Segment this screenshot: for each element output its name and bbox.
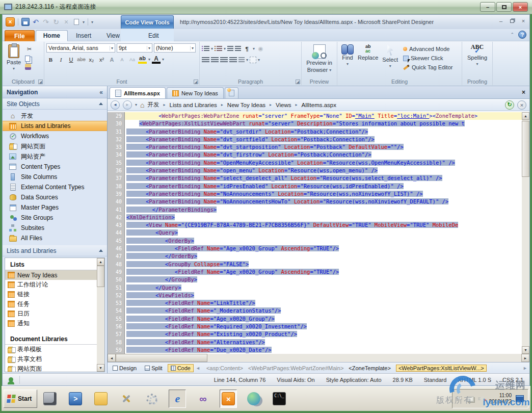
paste-dropdown-arrow[interactable]: ▾ — [13, 66, 15, 71]
preview-dropdown-arrow[interactable]: ▾ — [83, 20, 85, 24]
code-line-58[interactable]: 58 <FieldRef Name="Alternatives"/> — [108, 339, 522, 346]
preview-in-browser-button[interactable]: Preview in Browser▾ — [304, 43, 335, 74]
code-line-text[interactable]: <FieldRef Name="Existing_x0020_Product"/… — [125, 330, 522, 338]
rdp-session-icon[interactable] — [516, 395, 524, 402]
redo-button[interactable]: ↷ — [42, 18, 50, 26]
start-button[interactable]: Start — [4, 390, 37, 408]
sidebar-item-content-types[interactable]: Content Types — [3, 162, 107, 172]
select-button[interactable]: Select ▾ — [380, 43, 400, 73]
borders-icon[interactable] — [250, 57, 256, 63]
code-line-31[interactable]: 31 <ParameterBinding Name="dvt_sortdir" … — [108, 128, 522, 136]
network-icon[interactable] — [467, 396, 474, 402]
list-item-new-toy-ideas[interactable]: New Toy Ideas — [5, 270, 97, 280]
sidebar-item-site-columns[interactable]: Site Columns — [3, 172, 107, 182]
numbered-list-icon[interactable] — [215, 46, 222, 51]
code-line-44[interactable]: 44 <Query> — [108, 229, 522, 237]
advanced-mode-button[interactable]: Advanced Mode — [403, 44, 453, 54]
sidebar-item-all-files[interactable]: All Files — [3, 233, 107, 243]
sidebar-item-item[interactable]: 网站资产 — [3, 151, 107, 162]
code-line-42[interactable]: 42<XmlDefinition> — [108, 214, 522, 221]
text-highlight-button[interactable]: ab — [138, 55, 147, 64]
line-spacing-icon[interactable] — [238, 57, 245, 63]
code-line-text[interactable]: <XmlDefinition> — [125, 214, 522, 221]
admin-tools-icon[interactable] — [118, 390, 135, 408]
code-line-text[interactable]: </ParameterBindings> — [125, 206, 522, 214]
rdp-titlebar[interactable]: 218.242.3.116 - 远程桌面连接 – × — [0, 0, 532, 14]
spelling-button[interactable]: ABC ✓ Spelling ▾ — [464, 43, 490, 67]
scroll-up-button[interactable]: ▲ — [97, 258, 104, 266]
tag-path-prev-icon[interactable]: ◄ — [196, 366, 200, 371]
visual-studio-icon[interactable]: ∞ — [194, 390, 211, 408]
refresh-button[interactable]: ↻ — [52, 18, 60, 26]
copy-button[interactable] — [25, 56, 30, 62]
shrink-font-button[interactable]: A — [118, 55, 126, 64]
code-line-text[interactable]: <ParameterBinding Name="open_menu" Locat… — [125, 167, 522, 174]
font-dialog-launcher[interactable]: ◢ — [194, 80, 198, 84]
code-line-56[interactable]: 56 <FieldRef Name="Required_x0020_Invest… — [108, 323, 522, 330]
list-item-item[interactable]: 表单模板 — [5, 345, 97, 354]
tag-path-next-icon[interactable]: ► — [523, 366, 527, 371]
code-line-text[interactable]: <OrderBy> — [125, 237, 522, 245]
code-line-text[interactable]: <ParameterBinding Name="dvt_sortdir" Loc… — [125, 128, 522, 136]
font-name-combo[interactable]: Verdana, Arial, sans▾ — [46, 43, 115, 53]
code-line-text[interactable]: <ParameterBinding Name="dvt_sortfield" L… — [125, 136, 522, 143]
code-line-text[interactable]: <FieldRef Name="Age_x0020_Group" Ascendi… — [125, 268, 522, 276]
undo-button[interactable]: ↶ — [32, 18, 40, 26]
show-paragraph-marks-button[interactable]: ¶ — [243, 44, 251, 53]
underline-button[interactable]: U — [67, 55, 75, 64]
italic-button[interactable]: I — [57, 55, 65, 64]
action-center-flag-icon[interactable]: ⚑ — [457, 395, 463, 403]
document-tab-new-toy-ideas[interactable]: New Toy Ideas — [167, 87, 224, 98]
code-view[interactable]: 29 <WebPartPages:WebPartZone runat="serv… — [108, 111, 529, 354]
lists-and-libraries-header[interactable]: Lists and Libraries — [3, 245, 107, 256]
sidebar-item-item[interactable]: 网站页面 — [3, 141, 107, 151]
list-item-item[interactable]: 日历 — [5, 309, 97, 319]
command-prompt-icon[interactable]: C:\_ — [271, 390, 288, 408]
volume-muted-icon[interactable]: × — [478, 396, 485, 402]
font-size-combo[interactable]: 9pt▾ — [117, 43, 152, 53]
sharepoint-designer-icon[interactable]: × — [220, 390, 237, 408]
code-line-49[interactable]: 49 <FieldRef Name="Age_x0020_Group" Asce… — [108, 268, 522, 276]
collapse-section-icon[interactable] — [99, 102, 103, 105]
increase-indent-icon[interactable] — [235, 46, 241, 51]
chevron-down-icon[interactable]: ▾ — [253, 46, 255, 51]
code-line-33[interactable]: 33 <ParameterBinding Name="dvt_startposi… — [108, 143, 522, 151]
home-icon[interactable]: ⌂ — [140, 101, 144, 109]
code-line-text[interactable]: <WebPartPages:XsltListViewWebPart runat=… — [125, 120, 522, 127]
tab-edit[interactable]: Edit — [141, 30, 166, 41]
design-view-button[interactable]: Design — [110, 364, 140, 372]
chevron-down-icon[interactable]: ▾ — [110, 46, 113, 50]
preview-button[interactable] — [72, 18, 81, 26]
tag-path-item[interactable]: <ZoneTemplate> — [349, 365, 391, 371]
code-line-46[interactable]: 46 <FieldRef Name="Age_x0020_Group" Asce… — [108, 245, 522, 252]
sidebar-item-workflows[interactable]: ✓Workflows — [3, 131, 107, 141]
code-line-text[interactable]: </GroupBy> — [125, 276, 522, 283]
spd-restore-button[interactable] — [508, 17, 516, 24]
quick-tag-editor-button[interactable]: Quick Tag Editor — [403, 63, 453, 72]
code-line-text[interactable]: <FieldRef Name="LinkTitle"/> — [125, 299, 522, 307]
code-line-text[interactable]: <View Name="{CE919B7F-878A-4789-BE21-F7C… — [125, 221, 522, 229]
code-line-text[interactable]: <FieldRef Name="Required_x0020_Investmen… — [125, 323, 522, 330]
breadcrumb-item-lists-and-libraries[interactable]: Lists and Libraries — [170, 102, 217, 108]
scrollbar-thumb[interactable] — [522, 121, 529, 177]
code-line-29[interactable]: 29 <WebPartPages:WebPartZone runat="serv… — [108, 112, 522, 120]
code-view-button[interactable]: Code — [168, 364, 194, 372]
sidebar-item-lists-and-libraries[interactable]: Lists and Libraries — [3, 121, 107, 131]
code-line-text[interactable]: <ParameterBinding Name="dvt_firstrow" Lo… — [125, 151, 522, 159]
list-item-item[interactable]: 任务 — [5, 299, 97, 309]
code-line-48[interactable]: 48 <GroupBy Collapse="FALSE"> — [108, 261, 522, 268]
rdp-close-button[interactable]: × — [513, 2, 528, 12]
code-line-57[interactable]: 57 <FieldRef Name="Existing_x0020_Produc… — [108, 330, 522, 338]
code-line-39[interactable]: 39 <ParameterBinding Name="NoAnnouncemen… — [108, 190, 522, 198]
code-line-59[interactable]: 59 <FieldRef Name="Due_x0020_Date"/> — [108, 346, 522, 354]
scroll-right-button[interactable]: ► — [521, 354, 529, 362]
chevron-down-icon[interactable]: ▾ — [246, 58, 248, 62]
chevron-down-icon[interactable]: ▾ — [190, 46, 194, 50]
code-line-text[interactable]: <WebPartPages:WebPartZone runat="server"… — [125, 112, 522, 120]
bullet-list-icon[interactable] — [202, 46, 209, 51]
internet-explorer-icon[interactable]: e — [169, 390, 186, 408]
sidebar-item-site-groups[interactable]: Site Groups — [3, 213, 107, 223]
align-right-icon[interactable] — [220, 57, 228, 63]
services-gears-icon[interactable] — [143, 390, 161, 408]
code-line-text[interactable]: <FieldRef Name="Due_x0020_Date"/> — [125, 346, 522, 354]
